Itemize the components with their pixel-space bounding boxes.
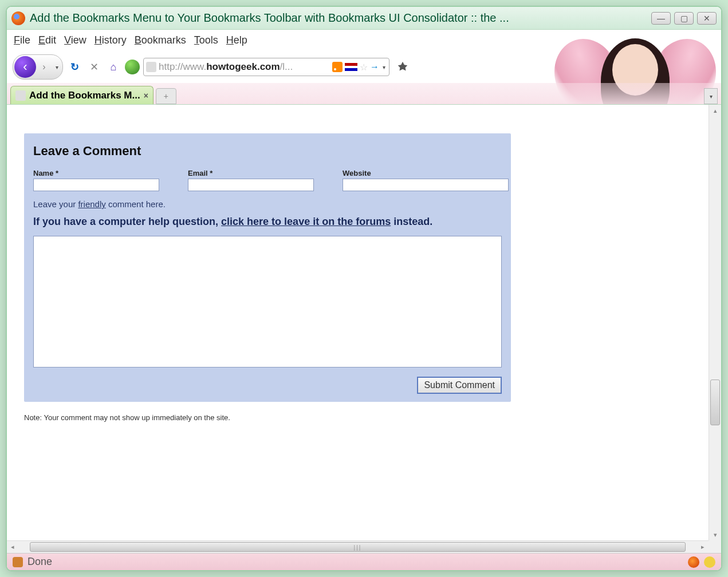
friendly-link[interactable]: friendly [78,199,105,209]
home-button[interactable]: ⌂ [105,59,121,75]
url-text: http://www.howtogeek.com/l... [159,61,330,73]
field-name: Name * [33,169,159,191]
website-input[interactable] [343,179,509,191]
submit-comment-button[interactable]: Submit Comment [417,377,502,394]
menu-bar: File Edit View History Bookmarks Tools H… [7,30,721,51]
back-button[interactable]: ‹ [14,56,36,78]
browser-window: Add the Bookmarks Menu to Your Bookmarks… [6,6,722,571]
status-smiley-icon[interactable] [704,556,715,568]
menu-edit[interactable]: Edit [38,34,56,46]
menu-view[interactable]: View [64,34,86,46]
toolbar-extra-icon[interactable] [396,61,409,73]
navigation-toolbar: ‹ › ▾ ↻ ✕ ⌂ http://www.howtogeek.com/l..… [7,51,721,83]
stop-button[interactable]: ✕ [86,59,102,75]
comment-textarea[interactable] [33,236,502,367]
comment-heading: Leave a Comment [33,144,502,159]
nav-history-dropdown[interactable]: ▾ [52,64,61,70]
field-website: Website [343,169,509,191]
comment-note: Note: Your comment may not show up immed… [24,413,697,422]
tab-list-dropdown[interactable]: ▾ [704,88,718,104]
scroll-down-arrow[interactable]: ▾ [709,529,721,540]
forum-link[interactable]: click here to leave it on the forums [221,216,391,227]
firefox-icon [11,11,25,25]
status-bar: Done [7,553,721,570]
scroll-left-arrow[interactable]: ◂ [7,541,18,553]
forum-hint: If you have a computer help question, cl… [33,216,502,228]
window-title: Add the Bookmarks Menu to Your Bookmarks… [30,11,646,25]
content-viewport: Leave a Comment Name * Email * Website [7,105,721,553]
bookmark-star-icon[interactable]: ☆ [360,62,368,73]
scroll-corner [709,540,721,553]
status-addon-icon[interactable] [13,557,23,567]
comment-hint: Leave your friendly comment here. [33,199,502,209]
horizontal-scrollbar[interactable]: ◂ ||| ▸ [7,540,709,553]
menu-tools[interactable]: Tools [194,34,218,46]
flag-icon [345,63,357,71]
nav-back-forward: ‹ › ▾ [13,54,63,80]
email-input[interactable] [188,179,314,191]
browser-chrome: File Edit View History Bookmarks Tools H… [7,30,721,105]
menu-help[interactable]: Help [226,34,247,46]
status-text: Done [27,556,683,568]
scroll-up-arrow[interactable]: ▴ [709,105,721,116]
menu-history[interactable]: History [95,34,127,46]
status-firefox-icon[interactable] [688,556,699,568]
forward-button[interactable]: › [36,58,52,76]
website-label: Website [343,169,509,177]
addon-button[interactable] [125,60,140,74]
titlebar: Add the Bookmarks Menu to Your Bookmarks… [7,7,721,30]
tab-close-button[interactable]: × [144,91,148,100]
menu-file[interactable]: File [14,34,30,46]
scroll-right-arrow[interactable]: ▸ [697,541,709,553]
tab-favicon [15,90,26,101]
page-body: Leave a Comment Name * Email * Website [7,105,709,540]
tab-bar: Add the Bookmarks M... × + ▾ [7,83,721,105]
url-dropdown[interactable]: ▾ [381,64,387,70]
hscroll-track[interactable]: ||| [18,541,697,553]
vscroll-track[interactable] [709,116,721,529]
email-label: Email * [188,169,314,177]
maximize-button[interactable]: ▢ [674,12,694,25]
new-tab-button[interactable]: + [156,88,176,104]
hscroll-thumb[interactable]: ||| [30,542,686,552]
name-label: Name * [33,169,159,177]
menu-bookmarks[interactable]: Bookmarks [135,34,186,46]
address-bar[interactable]: http://www.howtogeek.com/l... ☆ → ▾ [143,58,389,76]
tab-active[interactable]: Add the Bookmarks M... × [10,86,154,104]
vscroll-thumb[interactable] [710,380,720,425]
name-input[interactable] [33,179,159,191]
tab-label: Add the Bookmarks M... [29,90,140,101]
site-favicon [146,62,156,72]
reload-button[interactable]: ↻ [66,59,82,75]
close-window-button[interactable]: ✕ [697,12,717,25]
field-email: Email * [188,169,314,191]
comment-form: Leave a Comment Name * Email * Website [24,133,511,402]
rss-icon[interactable] [332,62,343,72]
go-button[interactable]: → [370,62,379,72]
vertical-scrollbar[interactable]: ▴ ▾ [709,105,721,540]
minimize-button[interactable]: — [651,12,671,25]
